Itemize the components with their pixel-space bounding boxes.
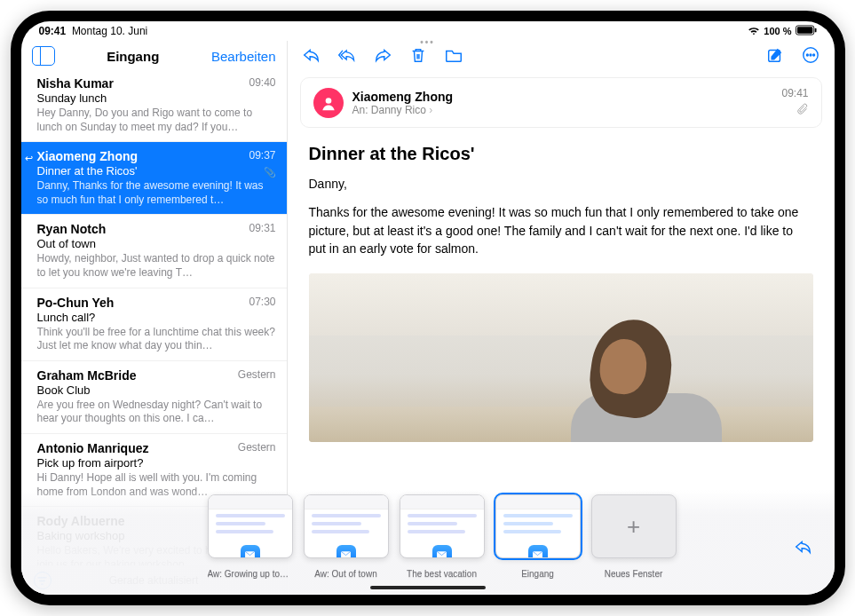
screen: 09:41 Montag 10. Juni ••• 100 % Eingang xyxy=(21,21,835,595)
preview: Howdy, neighbor, Just wanted to drop a q… xyxy=(37,252,276,280)
svg-point-6 xyxy=(810,54,811,56)
message-subject: Dinner at the Ricos' xyxy=(288,128,835,171)
window-caption: The best vacation xyxy=(400,569,485,579)
status-right: 100 % xyxy=(748,25,816,37)
header-meta: 09:41 xyxy=(781,87,808,118)
time: 07:30 xyxy=(249,296,275,310)
shelf-reply-icon[interactable] xyxy=(794,538,813,559)
preview: Hey Danny, Do you and Rigo want to come … xyxy=(37,107,276,134)
more-icon[interactable] xyxy=(801,46,820,68)
edit-button[interactable]: Bearbeiten xyxy=(211,49,276,64)
greeting: Danny, xyxy=(309,175,813,193)
subject: Dinner at the Ricos' xyxy=(37,164,276,178)
body-text: Thanks for the awesome evening! It was s… xyxy=(309,203,813,257)
forward-icon[interactable] xyxy=(373,46,392,68)
battery-percent: 100 % xyxy=(764,26,791,36)
mail-badge-icon xyxy=(241,545,260,558)
status-bar: 09:41 Montag 10. Juni ••• 100 % xyxy=(21,21,835,41)
time: 09:37 xyxy=(249,149,275,163)
message-header[interactable]: Xiaomeng Zhong An: Danny Rico › 09:41 xyxy=(300,77,822,128)
shelf-window[interactable]: Eingang xyxy=(495,494,581,579)
message-row[interactable]: Graham McBrideGesternBook ClubAre you fr… xyxy=(21,361,287,434)
preview: Think you'll be free for a lunchtime cha… xyxy=(37,326,276,353)
window-caption: Neues Fenster xyxy=(591,569,677,579)
sender: Nisha Kumar xyxy=(37,76,114,91)
subject: Book Club xyxy=(37,383,276,397)
message-row[interactable]: Po-Chun Yeh07:30Lunch call?Think you'll … xyxy=(21,288,287,361)
attachment-icon xyxy=(781,103,808,118)
svg-point-7 xyxy=(812,54,814,56)
sender: Po-Chun Yeh xyxy=(37,296,115,310)
shelf-window[interactable]: Aw: Growing up too fast xyxy=(208,494,293,579)
to-line[interactable]: An: Danny Rico › xyxy=(352,104,773,116)
window-caption: Eingang xyxy=(495,569,581,579)
mail-badge-icon xyxy=(432,545,452,558)
preview: Danny, Thanks for the awesome evening! I… xyxy=(37,179,276,207)
move-icon[interactable] xyxy=(444,46,463,68)
reply-all-icon[interactable] xyxy=(337,46,357,68)
message-image[interactable] xyxy=(309,273,813,442)
message-time: 09:41 xyxy=(781,87,808,99)
shelf-window[interactable]: Aw: Out of town xyxy=(304,494,389,579)
sidebar-header: Eingang Bearbeiten xyxy=(21,41,287,69)
status-time: 09:41 xyxy=(39,25,67,37)
message-row[interactable]: ↩Xiaomeng Zhong09:37Dinner at the Ricos'… xyxy=(21,142,287,215)
window-caption: Aw: Growing up too fast xyxy=(208,569,293,579)
window-caption: Aw: Out of town xyxy=(304,569,389,579)
message-row[interactable]: Ryan Notch09:31Out of townHowdy, neighbo… xyxy=(21,215,287,288)
chevron-right-icon: › xyxy=(429,104,432,116)
svg-point-8 xyxy=(325,98,331,104)
subject: Lunch call? xyxy=(37,311,276,324)
time: Gestern xyxy=(238,368,276,383)
svg-rect-1 xyxy=(796,27,812,33)
message-row[interactable]: Nisha Kumar09:40Sunday lunchHey Danny, D… xyxy=(21,69,287,142)
svg-rect-2 xyxy=(814,28,816,33)
status-left: 09:41 Montag 10. Juni xyxy=(39,25,148,37)
time: 09:31 xyxy=(249,222,275,236)
mail-badge-icon xyxy=(528,545,548,558)
header-text: Xiaomeng Zhong An: Danny Rico › xyxy=(352,90,773,116)
app-shelf[interactable]: Aw: Growing up too fastAw: Out of townTh… xyxy=(21,490,835,595)
from-name: Xiaomeng Zhong xyxy=(352,90,773,104)
attachment-icon: 📎 xyxy=(264,167,276,178)
sender: Xiaomeng Zhong xyxy=(37,149,139,163)
subject: Sunday lunch xyxy=(37,91,276,105)
preview: Are you free on Wednesday night? Can't w… xyxy=(37,399,276,426)
subject: Pick up from airport? xyxy=(37,456,276,470)
time: 09:40 xyxy=(249,76,275,91)
svg-point-5 xyxy=(806,54,808,56)
compose-icon[interactable] xyxy=(765,46,785,68)
mail-badge-icon xyxy=(336,545,356,558)
new-window-button[interactable]: +Neues Fenster xyxy=(591,494,677,579)
wifi-icon xyxy=(748,26,760,37)
sender: Ryan Notch xyxy=(37,222,107,236)
main-split: Eingang Bearbeiten Nisha Kumar09:40Sunda… xyxy=(21,41,835,595)
sender: Antonio Manriquez xyxy=(37,441,149,455)
status-date: Montag 10. Juni xyxy=(72,25,147,37)
shelf-window[interactable]: The best vacation xyxy=(400,494,485,579)
mailbox-title: Eingang xyxy=(62,49,204,64)
message-body: Danny, Thanks for the awesome evening! I… xyxy=(288,171,835,268)
subject: Out of town xyxy=(37,237,276,250)
sidebar-toggle-icon[interactable] xyxy=(32,46,55,66)
sender: Graham McBride xyxy=(37,368,137,383)
plus-icon: + xyxy=(627,513,640,541)
ipad-frame: 09:41 Montag 10. Juni ••• 100 % Eingang xyxy=(11,11,845,605)
home-indicator[interactable] xyxy=(370,586,486,589)
message-toolbar xyxy=(288,41,835,72)
battery-icon xyxy=(796,25,817,37)
time: Gestern xyxy=(238,441,276,455)
reply-icon[interactable] xyxy=(302,46,321,68)
replied-icon: ↩ xyxy=(25,153,33,164)
trash-icon[interactable] xyxy=(408,46,428,68)
sender-avatar[interactable] xyxy=(313,88,344,118)
